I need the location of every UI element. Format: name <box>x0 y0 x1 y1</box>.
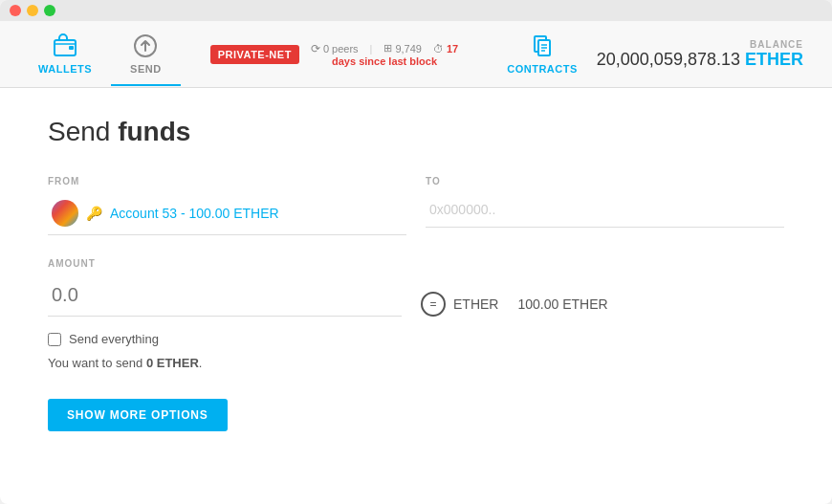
from-group: FROM 🔑 Account 53 - 100.00 ETHER <box>48 176 406 235</box>
days-info: ⏱ 17 <box>433 43 458 55</box>
amount-section: AMOUNT = ETHER 100.00 ETHER <box>48 258 784 317</box>
blocks-icon: ⊞ <box>383 42 392 55</box>
contracts-label: CONTRACTS <box>507 63 578 75</box>
wallet-icon <box>52 33 78 59</box>
nav-contracts[interactable]: CONTRACTS <box>488 23 597 86</box>
svg-rect-1 <box>69 46 74 50</box>
window-controls <box>10 5 55 16</box>
show-more-options-button[interactable]: SHOW MORE OPTIONS <box>48 399 228 431</box>
from-to-row: FROM 🔑 Account 53 - 100.00 ETHER TO <box>48 176 784 235</box>
send-icon <box>132 33 159 59</box>
amount-row: = ETHER 100.00 ETHER <box>48 274 784 317</box>
maximize-button[interactable] <box>44 5 55 16</box>
peers-info: ⟳ 0 peers <box>311 42 359 55</box>
balance-label: BALANCE <box>750 39 803 50</box>
currency-row: = ETHER 100.00 ETHER <box>421 292 608 317</box>
key-icon: 🔑 <box>86 206 102 221</box>
to-label: TO <box>426 176 784 186</box>
balance-unit: ETHER <box>745 50 803 69</box>
currency-select[interactable]: = ETHER <box>421 292 498 317</box>
days-label: days since last block <box>332 55 437 67</box>
wallets-label: WALLETS <box>38 63 92 75</box>
send-label: SEND <box>130 63 162 75</box>
top-nav: WALLETS SEND PRIVATE-NET ⟳ 0 peers | <box>0 21 832 88</box>
from-field[interactable]: 🔑 Account 53 - 100.00 ETHER <box>48 192 406 235</box>
from-account-text: Account 53 - 100.00 ETHER <box>110 206 279 221</box>
amount-label: AMOUNT <box>48 258 784 269</box>
send-everything-label: Send everything <box>69 332 159 346</box>
content-area: Send funds FROM 🔑 Account 53 - 100.00 ET… <box>0 88 832 504</box>
private-net-badge: PRIVATE-NET <box>210 45 299 64</box>
peers-icon: ⟳ <box>311 42 320 55</box>
network-status: PRIVATE-NET ⟳ 0 peers | ⊞ 9,749 ⏱ 17 <box>181 42 489 67</box>
balance-amount: 20,000,059,878.13 ETHER <box>597 50 803 70</box>
amount-input[interactable] <box>48 274 402 317</box>
balance-section: BALANCE 20,000,059,878.13 ETHER <box>597 39 813 70</box>
network-row: ⟳ 0 peers | ⊞ 9,749 ⏱ 17 <box>311 42 458 55</box>
currency-icon: = <box>421 292 446 317</box>
clock-icon: ⏱ <box>433 43 444 55</box>
contracts-icon <box>529 33 556 59</box>
send-everything-checkbox[interactable] <box>48 333 61 346</box>
nav-wallets[interactable]: WALLETS <box>19 23 111 86</box>
blocks-info: ⊞ 9,749 <box>383 42 422 55</box>
send-amount: 0 ETHER <box>146 356 199 370</box>
minimize-button[interactable] <box>27 5 38 16</box>
page-title: Send funds <box>48 117 784 147</box>
nav-send[interactable]: SEND <box>111 23 181 86</box>
currency-label: ETHER <box>453 296 498 312</box>
from-label: FROM <box>48 176 406 186</box>
send-info: You want to send 0 ETHER. <box>48 356 784 370</box>
send-everything-row: Send everything <box>48 332 784 346</box>
amount-input-wrap <box>48 274 402 317</box>
avatar <box>52 200 78 227</box>
to-input[interactable] <box>426 192 784 228</box>
to-group: TO <box>426 176 784 235</box>
app: WALLETS SEND PRIVATE-NET ⟳ 0 peers | <box>0 21 832 504</box>
currency-balance: 100.00 ETHER <box>517 296 607 312</box>
separator: | <box>370 43 373 55</box>
close-button[interactable] <box>10 5 21 16</box>
network-info: ⟳ 0 peers | ⊞ 9,749 ⏱ 17 days since last… <box>311 42 458 67</box>
titlebar <box>0 0 832 21</box>
